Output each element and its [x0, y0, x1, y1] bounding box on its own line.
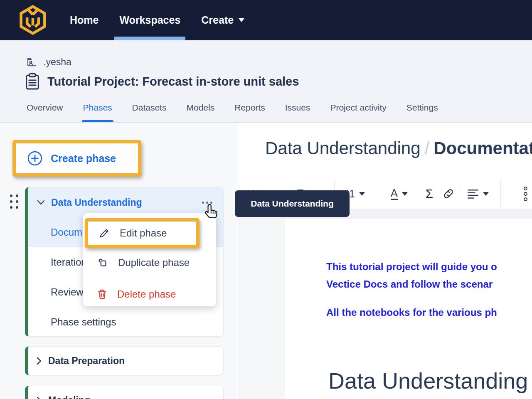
nav-create-label: Create — [201, 14, 234, 26]
menu-item-edit-phase[interactable]: Edit phase — [85, 218, 200, 248]
breadcrumb-phase: Data Understanding — [265, 138, 421, 158]
chevron-down-icon — [37, 200, 45, 205]
tab-project-activity[interactable]: Project activity — [330, 103, 386, 123]
formula-button[interactable]: Σ — [426, 179, 433, 209]
phase-name: Modeling — [48, 395, 90, 399]
hand-cursor-icon — [203, 203, 219, 220]
project-title-row: Tutorial Project: Forecast in-store unit… — [25, 73, 299, 90]
phase-document-panel: Data Understanding/Documentation Aa TT H… — [238, 123, 532, 399]
main-nav: Home Workspaces Create — [70, 0, 244, 40]
tab-reports[interactable]: Reports — [234, 103, 265, 123]
project-icon — [25, 73, 40, 90]
project-tabs: Overview Phases Datasets Models Reports … — [27, 103, 438, 123]
bullet-list-icon[interactable] — [524, 179, 527, 209]
document-paragraph-line: All the notebooks for the various ph — [326, 307, 497, 318]
phase-card-data-preparation[interactable]: Data Preparation — [25, 346, 224, 375]
app-window: Home Workspaces Create .yesha — [0, 0, 532, 399]
chevron-down-icon — [239, 18, 244, 22]
phase-item-phase-settings[interactable]: Phase settings — [28, 307, 223, 337]
top-navbar: Home Workspaces Create — [0, 0, 532, 40]
duplicate-phase-label: Duplicate phase — [118, 257, 190, 268]
chevron-down-icon — [483, 192, 489, 196]
workspace-name: .yesha — [43, 57, 71, 68]
align-button[interactable] — [467, 179, 489, 209]
plus-circle-icon — [27, 150, 43, 167]
nav-home-label: Home — [70, 14, 99, 26]
nav-item-home[interactable]: Home — [70, 0, 99, 40]
chevron-down-icon — [402, 192, 408, 196]
breadcrumb-section: Documentation — [433, 138, 532, 158]
active-nav-underline — [114, 37, 185, 40]
duplicate-icon — [96, 256, 109, 269]
project-header: .yesha Tutorial Project: Forecast in-sto… — [0, 40, 532, 123]
toolbar-divider — [460, 180, 460, 207]
tooltip: Data Understanding — [235, 190, 350, 217]
tab-settings[interactable]: Settings — [406, 103, 438, 123]
chevron-right-icon — [37, 397, 42, 399]
breadcrumb[interactable]: .yesha — [26, 56, 71, 68]
phase-name: Data Preparation — [48, 355, 125, 367]
create-phase-button[interactable]: Create phase — [12, 140, 141, 177]
chevron-right-icon — [37, 357, 42, 365]
phase-context-menu: Edit phase Duplicate phase — [83, 213, 216, 306]
toolbar-divider — [376, 180, 376, 207]
page-title: Tutorial Project: Forecast in-store unit… — [47, 75, 299, 89]
trash-icon — [96, 288, 108, 300]
create-phase-label: Create phase — [51, 153, 116, 165]
phase-name: Data Understanding — [51, 197, 142, 208]
document-breadcrumb: Data Understanding/Documentation — [265, 138, 532, 158]
nav-item-create[interactable]: Create — [201, 0, 244, 40]
edit-phase-label: Edit phase — [120, 227, 167, 239]
tab-issues[interactable]: Issues — [285, 103, 310, 123]
pencil-icon — [98, 227, 111, 239]
link-icon[interactable] — [442, 179, 455, 209]
menu-item-delete-phase[interactable]: Delete phase — [83, 285, 216, 304]
vectice-logo-icon[interactable] — [19, 4, 47, 36]
tab-models[interactable]: Models — [186, 103, 214, 123]
document-gutter — [238, 219, 285, 399]
document-paragraph-line: Vectice Docs and follow the scenar — [326, 278, 493, 290]
workspace-icon — [26, 56, 38, 68]
menu-divider — [93, 279, 206, 279]
drag-handle[interactable] — [10, 195, 18, 209]
phase-card-modeling[interactable]: Modeling — [25, 386, 224, 399]
nav-workspaces-label: Workspaces — [119, 14, 180, 26]
phases-sidebar: Create phase Data Understanding Document… — [0, 123, 237, 399]
document-heading: Data Understanding — [328, 368, 528, 394]
breadcrumb-separator: / — [425, 138, 430, 158]
toolbar-divider — [500, 180, 501, 207]
document-paragraph-line: This tutorial project will guide you o — [326, 261, 497, 273]
delete-phase-label: Delete phase — [117, 288, 176, 300]
tab-datasets[interactable]: Datasets — [132, 103, 167, 123]
tab-overview[interactable]: Overview — [27, 103, 63, 123]
text-color-button[interactable]: A — [391, 179, 408, 209]
menu-item-duplicate-phase[interactable]: Duplicate phase — [83, 253, 216, 272]
nav-item-workspaces[interactable]: Workspaces — [119, 0, 180, 40]
chevron-down-icon — [359, 192, 365, 196]
tab-phases[interactable]: Phases — [83, 103, 112, 123]
